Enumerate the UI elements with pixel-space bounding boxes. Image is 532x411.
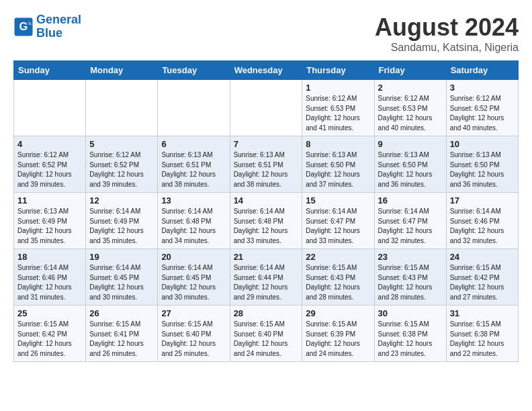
day-info: Sunrise: 6:12 AM Sunset: 6:53 PM Dayligh… xyxy=(306,94,370,133)
col-header-saturday: Saturday xyxy=(446,61,518,80)
day-info: Sunrise: 6:15 AM Sunset: 6:38 PM Dayligh… xyxy=(378,320,443,359)
calendar-cell: 20Sunrise: 6:14 AM Sunset: 6:45 PM Dayli… xyxy=(158,249,230,306)
calendar-cell: 17Sunrise: 6:14 AM Sunset: 6:46 PM Dayli… xyxy=(446,193,518,249)
calendar-cell xyxy=(158,80,230,136)
day-number: 1 xyxy=(306,83,370,93)
logo-line1: General xyxy=(36,13,81,26)
calendar-cell: 11Sunrise: 6:13 AM Sunset: 6:49 PM Dayli… xyxy=(14,193,86,249)
day-info: Sunrise: 6:14 AM Sunset: 6:49 PM Dayligh… xyxy=(89,207,154,246)
calendar-cell: 18Sunrise: 6:14 AM Sunset: 6:46 PM Dayli… xyxy=(14,249,86,306)
day-number: 22 xyxy=(306,252,370,262)
calendar-week-row: 18Sunrise: 6:14 AM Sunset: 6:46 PM Dayli… xyxy=(14,249,519,306)
calendar-cell: 14Sunrise: 6:14 AM Sunset: 6:48 PM Dayli… xyxy=(230,193,302,249)
day-number: 4 xyxy=(17,139,82,149)
day-number: 19 xyxy=(89,252,154,262)
calendar-cell: 9Sunrise: 6:13 AM Sunset: 6:50 PM Daylig… xyxy=(374,136,446,193)
calendar-week-row: 1Sunrise: 6:12 AM Sunset: 6:53 PM Daylig… xyxy=(14,80,519,136)
col-header-wednesday: Wednesday xyxy=(230,61,302,80)
day-number: 15 xyxy=(306,195,370,205)
calendar-cell: 27Sunrise: 6:15 AM Sunset: 6:40 PM Dayli… xyxy=(158,306,230,362)
day-number: 26 xyxy=(89,308,154,318)
day-info: Sunrise: 6:14 AM Sunset: 6:45 PM Dayligh… xyxy=(161,263,226,302)
day-number: 23 xyxy=(378,252,443,262)
day-info: Sunrise: 6:13 AM Sunset: 6:49 PM Dayligh… xyxy=(17,207,82,246)
calendar-cell: 23Sunrise: 6:15 AM Sunset: 6:43 PM Dayli… xyxy=(374,249,446,306)
day-info: Sunrise: 6:15 AM Sunset: 6:41 PM Dayligh… xyxy=(89,320,154,359)
col-header-thursday: Thursday xyxy=(302,61,374,80)
calendar-cell: 5Sunrise: 6:12 AM Sunset: 6:52 PM Daylig… xyxy=(86,136,158,193)
day-info: Sunrise: 6:14 AM Sunset: 6:48 PM Dayligh… xyxy=(161,207,226,246)
day-number: 25 xyxy=(17,308,82,318)
day-info: Sunrise: 6:13 AM Sunset: 6:50 PM Dayligh… xyxy=(378,150,443,189)
calendar-cell: 21Sunrise: 6:14 AM Sunset: 6:44 PM Dayli… xyxy=(230,249,302,306)
day-info: Sunrise: 6:14 AM Sunset: 6:45 PM Dayligh… xyxy=(89,263,154,302)
day-number: 31 xyxy=(450,308,515,318)
calendar-cell: 19Sunrise: 6:14 AM Sunset: 6:45 PM Dayli… xyxy=(86,249,158,306)
calendar-cell: 8Sunrise: 6:13 AM Sunset: 6:50 PM Daylig… xyxy=(302,136,374,193)
calendar-cell: 3Sunrise: 6:12 AM Sunset: 6:52 PM Daylig… xyxy=(446,80,518,136)
calendar-cell: 4Sunrise: 6:12 AM Sunset: 6:52 PM Daylig… xyxy=(14,136,86,193)
day-number: 9 xyxy=(378,139,443,149)
calendar-cell: 1Sunrise: 6:12 AM Sunset: 6:53 PM Daylig… xyxy=(302,80,374,136)
calendar-cell: 16Sunrise: 6:14 AM Sunset: 6:47 PM Dayli… xyxy=(374,193,446,249)
calendar-cell: 25Sunrise: 6:15 AM Sunset: 6:42 PM Dayli… xyxy=(14,306,86,362)
day-number: 28 xyxy=(234,308,299,318)
day-info: Sunrise: 6:15 AM Sunset: 6:42 PM Dayligh… xyxy=(17,320,82,359)
calendar-cell: 26Sunrise: 6:15 AM Sunset: 6:41 PM Dayli… xyxy=(86,306,158,362)
subtitle: Sandamu, Katsina, Nigeria xyxy=(375,42,519,54)
day-number: 3 xyxy=(450,83,515,93)
day-number: 10 xyxy=(450,139,515,149)
calendar-cell: 10Sunrise: 6:13 AM Sunset: 6:50 PM Dayli… xyxy=(446,136,518,193)
day-info: Sunrise: 6:14 AM Sunset: 6:48 PM Dayligh… xyxy=(234,207,299,246)
logo: G General Blue xyxy=(13,13,81,40)
main-title: August 2024 xyxy=(375,13,519,42)
day-info: Sunrise: 6:14 AM Sunset: 6:46 PM Dayligh… xyxy=(17,263,82,302)
logo-line2: Blue xyxy=(36,26,62,40)
day-number: 20 xyxy=(161,252,226,262)
calendar-cell: 22Sunrise: 6:15 AM Sunset: 6:43 PM Dayli… xyxy=(302,249,374,306)
calendar-cell: 12Sunrise: 6:14 AM Sunset: 6:49 PM Dayli… xyxy=(86,193,158,249)
calendar-cell xyxy=(86,80,158,136)
calendar-week-row: 4Sunrise: 6:12 AM Sunset: 6:52 PM Daylig… xyxy=(14,136,519,193)
calendar-header-row: SundayMondayTuesdayWednesdayThursdayFrid… xyxy=(14,61,519,80)
col-header-friday: Friday xyxy=(374,61,446,80)
day-number: 11 xyxy=(17,195,82,205)
title-area: August 2024 Sandamu, Katsina, Nigeria xyxy=(375,13,519,54)
day-number: 17 xyxy=(450,195,515,205)
calendar-cell: 31Sunrise: 6:15 AM Sunset: 6:38 PM Dayli… xyxy=(446,306,518,362)
day-number: 18 xyxy=(17,252,82,262)
day-info: Sunrise: 6:15 AM Sunset: 6:39 PM Dayligh… xyxy=(306,320,370,359)
calendar-cell xyxy=(230,80,302,136)
day-info: Sunrise: 6:14 AM Sunset: 6:47 PM Dayligh… xyxy=(306,207,370,246)
day-number: 12 xyxy=(89,195,154,205)
svg-text:G: G xyxy=(19,19,28,32)
day-number: 7 xyxy=(234,139,299,149)
logo-icon: G xyxy=(13,17,34,37)
day-number: 24 xyxy=(450,252,515,262)
day-info: Sunrise: 6:15 AM Sunset: 6:42 PM Dayligh… xyxy=(450,263,515,302)
day-number: 16 xyxy=(378,195,443,205)
calendar-cell: 13Sunrise: 6:14 AM Sunset: 6:48 PM Dayli… xyxy=(158,193,230,249)
header: G General Blue August 2024 Sandamu, Kats… xyxy=(13,13,519,54)
calendar-cell: 6Sunrise: 6:13 AM Sunset: 6:51 PM Daylig… xyxy=(158,136,230,193)
col-header-monday: Monday xyxy=(86,61,158,80)
calendar-cell: 30Sunrise: 6:15 AM Sunset: 6:38 PM Dayli… xyxy=(374,306,446,362)
day-info: Sunrise: 6:13 AM Sunset: 6:51 PM Dayligh… xyxy=(161,150,226,189)
calendar-table: SundayMondayTuesdayWednesdayThursdayFrid… xyxy=(13,60,519,362)
logo-text: General Blue xyxy=(36,13,81,40)
day-number: 21 xyxy=(234,252,299,262)
day-number: 14 xyxy=(234,195,299,205)
day-number: 27 xyxy=(161,308,226,318)
day-info: Sunrise: 6:15 AM Sunset: 6:38 PM Dayligh… xyxy=(450,320,515,359)
col-header-tuesday: Tuesday xyxy=(158,61,230,80)
day-info: Sunrise: 6:13 AM Sunset: 6:51 PM Dayligh… xyxy=(234,150,299,189)
day-info: Sunrise: 6:12 AM Sunset: 6:52 PM Dayligh… xyxy=(89,150,154,189)
day-info: Sunrise: 6:15 AM Sunset: 6:43 PM Dayligh… xyxy=(378,263,443,302)
calendar-cell: 28Sunrise: 6:15 AM Sunset: 6:40 PM Dayli… xyxy=(230,306,302,362)
day-number: 6 xyxy=(161,139,226,149)
day-number: 29 xyxy=(306,308,370,318)
col-header-sunday: Sunday xyxy=(14,61,86,80)
day-info: Sunrise: 6:15 AM Sunset: 6:40 PM Dayligh… xyxy=(234,320,299,359)
calendar-cell: 2Sunrise: 6:12 AM Sunset: 6:53 PM Daylig… xyxy=(374,80,446,136)
day-number: 5 xyxy=(89,139,154,149)
